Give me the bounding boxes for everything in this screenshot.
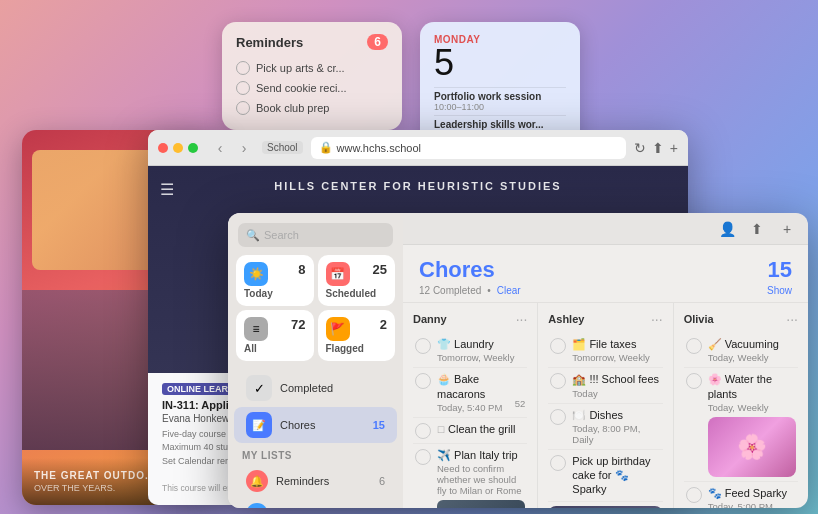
flowers-photo: 🌸 (708, 417, 796, 477)
completed-count-text: 12 Completed (419, 285, 481, 296)
smart-list-completed[interactable]: ✓ Completed (234, 370, 397, 406)
calendar-event-time: 10:00–11:00 (434, 102, 566, 112)
task-title: 🏫 !!! School fees (572, 372, 660, 386)
olivia-column: Olivia ··· 🧹 Vacuuming Today, Weekly 🌸 W… (674, 303, 808, 508)
chores-label: Chores (280, 419, 365, 431)
reminders-list-icon: 🔔 (246, 470, 268, 492)
smart-lists-grid: ☀️ 8 Today 📅 25 Scheduled ≡ 72 All (228, 255, 403, 369)
task-title: 🧹 Vacuuming (708, 337, 796, 351)
forward-button[interactable]: › (234, 138, 254, 158)
smart-list-scheduled[interactable]: 📅 25 Scheduled (318, 255, 396, 306)
task-check[interactable] (550, 338, 566, 354)
search-bar[interactable]: 🔍 Search (238, 223, 393, 247)
task-body: 🏫 !!! School fees Today (572, 372, 660, 398)
chores-total-count: 15 (768, 257, 792, 283)
all-label: All (244, 343, 306, 354)
task-body: 🗂️ File taxes Tomorrow, Weekly (572, 337, 660, 363)
list-item-reminders[interactable]: 🔔 Reminders 6 (234, 465, 397, 497)
task-title: 👕 Laundry (437, 337, 525, 351)
ashley-col-menu[interactable]: ··· (651, 311, 663, 327)
completed-icon: ✓ (246, 375, 272, 401)
task-check[interactable] (415, 449, 431, 465)
browser-traffic-lights (158, 143, 198, 153)
task-school-fees: 🏫 !!! School fees Today (548, 368, 662, 403)
task-meta: Tomorrow, Weekly (437, 352, 525, 363)
all-icon: ≡ (244, 317, 268, 341)
task-num: 52 (515, 398, 526, 409)
reminder-circle-icon (236, 81, 250, 95)
task-check[interactable] (550, 409, 566, 425)
reminders-app: 🔍 Search ☀️ 8 Today 📅 25 Scheduled (228, 213, 808, 508)
task-check[interactable] (415, 338, 431, 354)
reminders-toolbar: 👤 ⬆ + (403, 213, 808, 245)
task-body: 🍽️ Dishes Today, 8:00 PM, Daily (572, 408, 660, 445)
widget-reminders: Reminders 6 Pick up arts & cr... Send co… (222, 22, 402, 130)
site-title: HILLS CENTER FOR HEURISTIC STUDIES (148, 180, 688, 192)
calendar-event-title: Portfolio work session (434, 91, 566, 102)
reminder-circle-icon (236, 101, 250, 115)
task-dishes: 🍽️ Dishes Today, 8:00 PM, Daily (548, 404, 662, 450)
task-vacuuming: 🧹 Vacuuming Today, Weekly (684, 333, 798, 368)
search-placeholder: Search (264, 229, 299, 241)
smart-list-flagged[interactable]: 🚩 2 Flagged (318, 310, 396, 361)
smart-list-chores[interactable]: 📝 Chores 15 (234, 407, 397, 443)
add-toolbar-icon[interactable]: + (776, 218, 798, 240)
scheduled-icon: 📅 (326, 262, 350, 286)
list-item: Book club prep (236, 98, 388, 118)
task-meta: Today, 5:00 PM, Daily (708, 501, 796, 508)
italy-image: 🏛️ (437, 500, 525, 508)
task-check[interactable] (686, 373, 702, 389)
lock-icon: 🔒 (319, 141, 333, 154)
task-check[interactable] (550, 455, 566, 471)
task-body: 🧁 Bake macarons Today, 5:40 PM (437, 372, 509, 413)
task-check[interactable] (415, 423, 431, 439)
ashley-col-name: Ashley (548, 313, 584, 325)
task-check[interactable] (686, 487, 702, 503)
course-code: IN-311: (162, 399, 199, 411)
task-clean-grill: ☐ Clean the grill (413, 418, 527, 444)
maximize-button[interactable] (188, 143, 198, 153)
show-link[interactable]: Show (767, 285, 792, 296)
task-title: 🌸 Water the plants (708, 372, 796, 401)
widget-reminders-count: 6 (367, 34, 388, 50)
task-check[interactable] (415, 373, 431, 389)
address-text: www.hchs.school (337, 142, 421, 154)
minimize-button[interactable] (173, 143, 183, 153)
smart-list-today[interactable]: ☀️ 8 Today (236, 255, 314, 306)
today-icon: ☀️ (244, 262, 268, 286)
search-icon: 🔍 (246, 229, 260, 242)
smart-list-all[interactable]: ≡ 72 All (236, 310, 314, 361)
browser-nav: ‹ › (210, 138, 254, 158)
share-toolbar-icon[interactable]: ⬆ (746, 218, 768, 240)
back-button[interactable]: ‹ (210, 138, 230, 158)
calendar-event-title: Leadership skills wor... (434, 119, 566, 130)
family-list-icon: 👨‍👩‍👧 (246, 503, 268, 508)
olivia-col-menu[interactable]: ··· (786, 311, 798, 327)
share-icon[interactable]: ⬆ (652, 140, 664, 156)
danny-column: Danny ··· 👕 Laundry Tomorrow, Weekly 🧁 B… (403, 303, 538, 508)
address-bar[interactable]: 🔒 www.hchs.school (311, 137, 626, 159)
scheduled-count: 25 (373, 262, 387, 277)
ashley-column: Ashley ··· 🗂️ File taxes Tomorrow, Weekl… (538, 303, 673, 508)
person-icon[interactable]: 👤 (716, 218, 738, 240)
task-body: 🐾 Feed Sparky Today, 5:00 PM, Daily (708, 486, 796, 508)
list-item-family[interactable]: 👨‍👩‍👧 Family 7 (234, 498, 397, 508)
task-check[interactable] (686, 338, 702, 354)
reminders-list-count: 6 (379, 475, 385, 487)
close-button[interactable] (158, 143, 168, 153)
refresh-icon[interactable]: ↻ (634, 140, 646, 156)
list-item: Pick up arts & cr... (236, 58, 388, 78)
task-meta: Today, 5:40 PM (437, 402, 509, 413)
chores-count: 15 (373, 419, 385, 431)
reminders-sidebar: 🔍 Search ☀️ 8 Today 📅 25 Scheduled (228, 213, 403, 508)
danny-col-menu[interactable]: ··· (516, 311, 528, 327)
task-body: ☐ Clean the grill (437, 422, 525, 437)
task-check[interactable] (550, 373, 566, 389)
calendar-event: Portfolio work session 10:00–11:00 (434, 87, 566, 115)
task-title: ✈️ Plan Italy trip (437, 448, 525, 462)
add-tab-icon[interactable]: + (670, 140, 678, 156)
chores-subtitle: 12 Completed • Clear Show (419, 285, 792, 296)
clear-link[interactable]: Clear (497, 285, 521, 296)
task-meta: Today, Weekly (708, 402, 796, 413)
task-title: ☐ Clean the grill (437, 422, 525, 437)
